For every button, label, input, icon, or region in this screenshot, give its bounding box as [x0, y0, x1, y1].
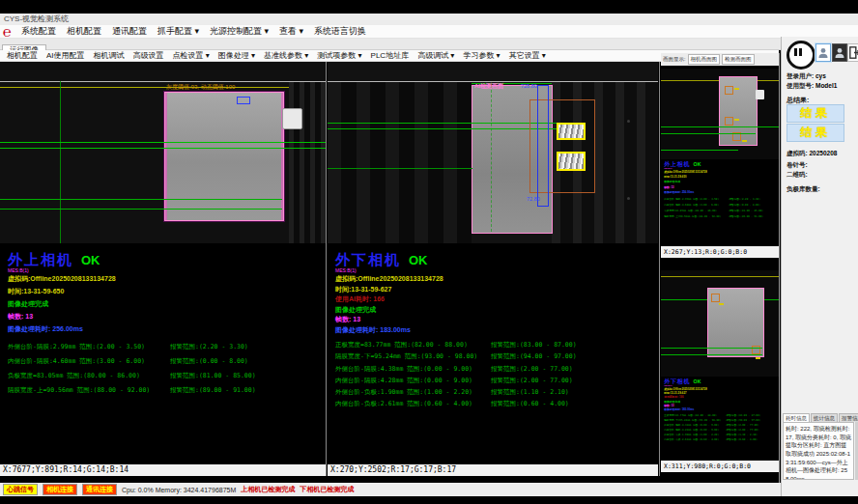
measure-line — [0, 209, 282, 210]
camera-mid-title: 外下相机 — [335, 251, 401, 267]
mes-line: MES:B(1) — [335, 267, 658, 274]
measurement-value: 外侧台阶-隔膜:2.99mm 范围:(2.00 - 3.50) — [8, 343, 145, 350]
barcode-line: 虚拟码:Offline20250208133134728 — [335, 274, 658, 285]
thumbnail-upper-text: 外上相机OK MES:B(1) 虚拟码:Offline2025020813313… — [661, 159, 779, 246]
bolt-dot — [627, 197, 630, 200]
annotation-mark — [734, 88, 739, 90]
measurement-row: 外侧台阶-隔膜:2.99mm 范围:(2.00 - 3.50)报警范围:(2.2… — [8, 343, 326, 357]
defect-box — [711, 294, 720, 302]
tool-advanced-debug[interactable]: 高级调试 ▾ — [417, 50, 454, 61]
menu-system-config[interactable]: 系统配置 — [21, 25, 56, 38]
panel-divider — [779, 53, 780, 485]
annotation-mark — [734, 119, 739, 121]
mes-line: MES:B(1) — [8, 267, 326, 274]
measurement-row: 内侧台阶-隔膜:4.28mm 范围:(0.00 - 9.00)报警范围:(2.0… — [335, 377, 658, 388]
comm-link-badge: 通讯连接 — [82, 484, 117, 495]
tool-test-params[interactable]: 测试项参数 ▾ — [317, 50, 361, 61]
pause-button[interactable] — [786, 41, 815, 70]
tool-plc-address[interactable]: PLC地址库 — [371, 50, 410, 61]
measure-line — [0, 148, 326, 149]
measurement-value: 外侧台阶-负极:1.90mm 范围:(1.00 - 2.20) — [335, 388, 472, 396]
time-line: 时间:13-31-59-650 — [8, 287, 326, 299]
camera-left-coords: X:7677;Y:891;R:14;G:14;B:14 — [0, 464, 326, 476]
menu-bar: ℮ 系统配置 相机配置 通讯配置 抓手配置 ▾ 光源控制配置 ▾ 查看 ▾ 系统… — [0, 25, 858, 39]
pause-icon — [799, 48, 802, 56]
tab-camera-view[interactable]: 相机画面图 — [688, 54, 721, 65]
menu-gripper-config[interactable]: 抓手配置 ▾ — [157, 25, 199, 38]
process-time-line: 图像处理耗时: 256.00ms — [664, 190, 779, 195]
tool-baseline-params[interactable]: 基准线参数 ▾ — [264, 50, 308, 61]
measure-line — [661, 126, 779, 127]
window-title: CYS-视觉检测系统 — [0, 14, 858, 25]
logout-button[interactable] — [847, 43, 858, 62]
app-window: CYS-视觉检测系统 ℮ 系统配置 相机配置 通讯配置 抓手配置 ▾ 光源控制配… — [0, 0, 858, 504]
tool-camera-config[interactable]: 相机配置 — [7, 50, 38, 61]
tab-alarm-info[interactable]: 报警信息 — [839, 413, 858, 422]
virtual-code-label: 虚拟码: — [786, 150, 808, 156]
blue-value-bottom: 72.80 — [527, 196, 540, 202]
menu-language[interactable]: 系统语言切换 — [314, 25, 366, 38]
annotation-mark — [742, 140, 747, 142]
status-ok: OK — [694, 378, 701, 384]
tool-advanced-settings[interactable]: 高级设置 — [133, 50, 164, 61]
tool-image-process[interactable]: 图像处理 ▾ — [218, 50, 255, 61]
camera-left-image[interactable]: 灰度阈值:93, 动态阈值:100 — [0, 62, 326, 243]
measurement-value: 内侧台阶-负极:2.61mm 范围:(0.60 - 4.00) — [335, 400, 472, 407]
tool-ai-config[interactable]: AI使用配置 — [46, 50, 85, 61]
camera-left-info: 外上相机OK MES:B(1) 虚拟码:Offline2025020813313… — [0, 243, 326, 401]
tab-connector — [282, 108, 302, 129]
bright-line — [0, 81, 326, 82]
alarm-range: 报警范围:(83.00 - 87.00) — [491, 341, 577, 350]
process-done-line: 图像处理完成 — [8, 299, 326, 312]
status-ok: OK — [694, 161, 701, 167]
menu-light-config[interactable]: 光源控制配置 ▾ — [210, 25, 269, 38]
measure-line — [0, 142, 326, 143]
menu-camera-config[interactable]: 相机配置 — [67, 25, 101, 38]
alarm-range: 报警范围:(89.00 - 91.00) — [170, 386, 256, 395]
camera-mid-coords: X:270;Y:2502;R:17;G:17;B:17 — [328, 464, 658, 476]
status-ok: OK — [81, 253, 100, 267]
view-display-label: 画面显示: — [663, 56, 686, 63]
measure-line — [328, 168, 472, 169]
menu-comm-config[interactable]: 通讯配置 — [112, 25, 147, 38]
login-user-row: 登录用户: cys — [786, 72, 826, 81]
model-label: 使用型号: — [786, 82, 814, 89]
user-button[interactable] — [815, 43, 831, 62]
tool-other-settings[interactable]: 其它设置 ▾ — [509, 50, 546, 61]
status-bar: 心跳信号 相机连接 通讯连接 Cpu: 0.0% Memory: 3424.41… — [0, 483, 781, 496]
status-ok: OK — [409, 253, 428, 267]
alarm-range: 报警范围:(2.00 - 77.00) — [491, 365, 573, 374]
camera-mid-image[interactable]: AI检测画面 728.80 72.80 — [328, 62, 658, 243]
machine-structure — [289, 82, 326, 243]
tab-timing-info[interactable]: 耗时信息 — [783, 413, 810, 422]
tab-statistics-info[interactable]: 统计信息 — [811, 413, 838, 422]
process-time-line: 图像处理耗时: 183.00ms — [664, 407, 779, 411]
camera-left-title: 外上相机 — [8, 251, 73, 267]
avatar-button[interactable] — [832, 43, 847, 62]
thumbnail-upper-coords: X:267;Y:13;R:0;G:0;B:0 — [661, 246, 779, 258]
result-badge-2[interactable]: 结果 — [786, 124, 844, 142]
camera-left-title: 外上相机 — [664, 161, 690, 168]
thumbnail-upper-camera[interactable]: 外上相机OK MES:B(1) 虚拟码:Offline2025020813313… — [661, 69, 779, 258]
measurement-value: 外侧台阶-隔膜:4.38mm 范围:(0.00 - 9.00) — [335, 365, 472, 373]
machine-structure — [328, 82, 472, 243]
menu-view[interactable]: 查看 ▾ — [279, 25, 303, 38]
result-badge-1[interactable]: 结果 — [786, 104, 844, 123]
defect-box — [557, 152, 586, 171]
camera-link-badge: 相机连接 — [43, 484, 77, 495]
tab-detect-view[interactable]: 检测画面图 — [722, 54, 755, 65]
tool-camera-debug[interactable]: 相机调试 — [94, 50, 125, 61]
log-tab-bar: 耗时信息 统计信息 报警信息 — [783, 411, 858, 422]
thumbnail-tab-bar: 画面显示: 相机画面图 检测画面图 — [661, 53, 779, 66]
thumbnail-upper-image — [661, 69, 779, 159]
anode-stock-label: 负极库数量: — [786, 185, 820, 194]
threshold-overlay: 灰度阈值:93, 动态阈值:100 — [166, 83, 235, 92]
thumbnail-lower-camera[interactable]: 外下相机OK MES:B(1) 虚拟码:Offline2025020813313… — [661, 270, 779, 472]
tool-learn-params[interactable]: 学习参数 ▾ — [463, 50, 500, 61]
edge-line — [165, 93, 167, 220]
camera-left-panel: 灰度阈值:93, 动态阈值:100 外上相机OK MES:B(1) 虚拟码:Of… — [0, 62, 326, 476]
measure-line — [328, 123, 559, 124]
thumbnail-lower-coords: X:311;Y:980;R:0;G:0;B:0 — [661, 461, 779, 472]
tool-spot-check[interactable]: 点检设置 ▾ — [173, 50, 210, 61]
measure-line — [661, 133, 756, 134]
